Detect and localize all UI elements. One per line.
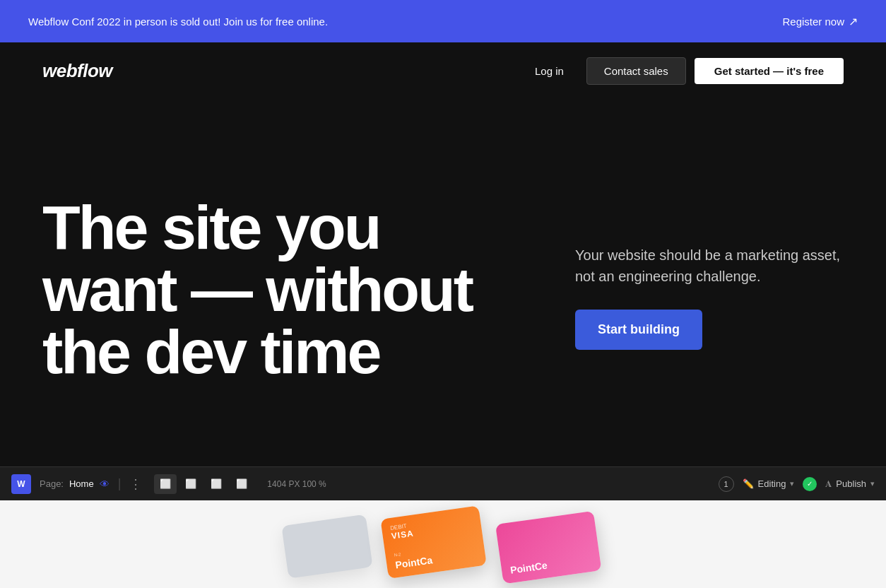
logo[interactable]: webflow: [42, 60, 112, 82]
register-label: Register now: [782, 16, 844, 28]
hero-subtitle: Your website should be a marketing asset…: [575, 245, 844, 287]
editing-label: Editing: [758, 478, 786, 489]
card-num-label: N-2: [394, 552, 401, 557]
chevron-down-icon: ▾: [790, 479, 794, 488]
hero-title-line2: want — without: [42, 254, 472, 324]
announcement-bar: Webflow Conf 2022 in person is sold out!…: [0, 0, 886, 42]
hero-right-block: Your website should be a marketing asset…: [575, 230, 844, 350]
start-building-button[interactable]: Start building: [575, 310, 702, 350]
more-options-icon[interactable]: ⋮: [129, 476, 143, 492]
status-dot: ✓: [803, 477, 817, 491]
publish-label: Publish: [836, 478, 866, 489]
editor-dimensions: 1404 PX 100 %: [267, 479, 326, 489]
preview-area: DEBIT VISA N-2 PointCa PointCe: [0, 500, 886, 588]
tablet-portrait-button[interactable]: ⬜: [205, 474, 228, 494]
eye-icon[interactable]: 👁: [100, 478, 110, 490]
page-label: Page:: [40, 478, 64, 489]
hero-title-line3: the dev time: [42, 317, 379, 387]
card-pink: PointCe: [495, 511, 601, 584]
register-arrow: ↗: [849, 15, 858, 28]
publish-chevron-icon: ▾: [870, 479, 875, 488]
publish-button[interactable]: 𝐀 Publish ▾: [825, 478, 875, 490]
card-gray: [281, 514, 372, 579]
announcement-text: Webflow Conf 2022 in person is sold out!…: [28, 16, 328, 28]
editor-logo: W: [11, 474, 31, 494]
publish-a-icon: 𝐀: [825, 478, 832, 490]
nav-actions: Log in Contact sales Get started — it's …: [521, 57, 844, 85]
page-name: Home: [69, 478, 94, 489]
pencil-icon: ✏️: [743, 478, 754, 489]
editor-right-actions: 1 ✏️ Editing ▾ ✓ 𝐀 Publish ▾: [719, 476, 875, 492]
editor-page-info: Page: Home 👁: [40, 478, 110, 490]
hero-section: The site you want — without the dev time…: [0, 99, 886, 466]
desktop-device-button[interactable]: ⬜: [154, 474, 177, 494]
hero-title-line1: The site you: [42, 192, 379, 262]
editor-toolbar: W Page: Home 👁 | ⋮ ⬜ ⬜ ⬜ ⬜ 1404 PX 100 %…: [0, 466, 886, 500]
editor-num-badge: 1: [719, 476, 734, 492]
preview-cards: DEBIT VISA N-2 PointCa PointCe: [283, 500, 602, 588]
get-started-button[interactable]: Get started — it's free: [695, 58, 844, 84]
tablet-landscape-button[interactable]: ⬜: [179, 474, 202, 494]
card-orange: DEBIT VISA N-2 PointCa: [380, 505, 486, 579]
card-brand-label: PointCa: [394, 548, 477, 570]
navbar: webflow Log in Contact sales Get started…: [0, 42, 886, 99]
hero-title: The site you want — without the dev time: [42, 196, 533, 383]
hero-title-block: The site you want — without the dev time: [42, 196, 533, 383]
card-pink-brand: PointCe: [509, 553, 592, 576]
editing-mode[interactable]: ✏️ Editing ▾: [743, 478, 795, 489]
separator: |: [118, 476, 122, 491]
mobile-device-button[interactable]: ⬜: [230, 474, 253, 494]
register-link[interactable]: Register now ↗: [782, 15, 858, 28]
check-icon: ✓: [807, 480, 813, 488]
login-button[interactable]: Log in: [521, 58, 578, 84]
device-buttons: ⬜ ⬜ ⬜ ⬜: [154, 474, 253, 494]
contact-sales-button[interactable]: Contact sales: [586, 57, 686, 85]
